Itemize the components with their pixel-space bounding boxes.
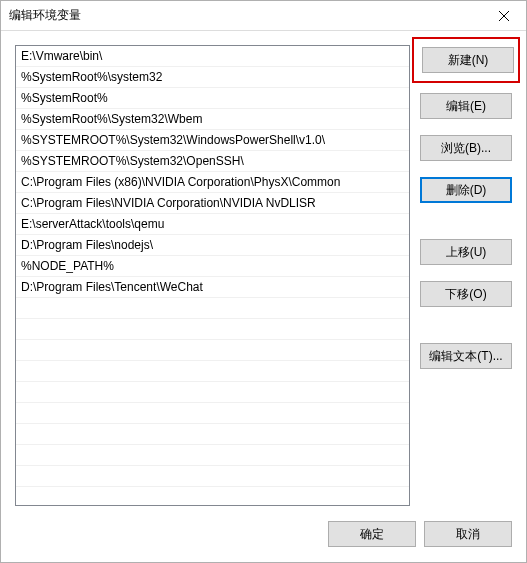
dialog-window: 编辑环境变量 E:\Vmware\bin\ %SystemRoot%\syste… [0, 0, 527, 563]
list-item[interactable]: %NODE_PATH% [16, 256, 409, 277]
highlight-annotation: 新建(N) [412, 37, 520, 83]
list-item[interactable]: %SystemRoot% [16, 88, 409, 109]
close-button[interactable] [481, 1, 526, 31]
list-item-empty[interactable]: . [16, 403, 409, 424]
edit-button[interactable]: 编辑(E) [420, 93, 512, 119]
path-listbox[interactable]: E:\Vmware\bin\ %SystemRoot%\system32 %Sy… [15, 45, 410, 506]
list-item[interactable]: E:\Vmware\bin\ [16, 46, 409, 67]
browse-button[interactable]: 浏览(B)... [420, 135, 512, 161]
list-item-empty[interactable]: . [16, 424, 409, 445]
delete-button[interactable]: 删除(D) [420, 177, 512, 203]
close-icon [499, 11, 509, 21]
edit-text-button[interactable]: 编辑文本(T)... [420, 343, 512, 369]
list-item-empty[interactable]: . [16, 445, 409, 466]
spacer [420, 203, 512, 239]
move-up-button[interactable]: 上移(U) [420, 239, 512, 265]
list-item-empty[interactable]: . [16, 340, 409, 361]
dialog-content: E:\Vmware\bin\ %SystemRoot%\system32 %Sy… [1, 31, 526, 562]
spacer [420, 119, 512, 135]
spacer [420, 265, 512, 281]
move-down-button[interactable]: 下移(O) [420, 281, 512, 307]
list-item-empty[interactable]: . [16, 319, 409, 340]
list-item[interactable]: C:\Program Files\NVIDIA Corporation\NVID… [16, 193, 409, 214]
list-item[interactable]: D:\Program Files\nodejs\ [16, 235, 409, 256]
list-item-empty[interactable]: . [16, 298, 409, 319]
side-buttons: 新建(N) 编辑(E) 浏览(B)... 删除(D) 上移(U) 下移(O) 编… [420, 45, 512, 506]
spacer [420, 307, 512, 343]
list-item[interactable]: %SystemRoot%\System32\Wbem [16, 109, 409, 130]
list-item[interactable]: D:\Program Files\Tencent\WeChat [16, 277, 409, 298]
list-item[interactable]: %SYSTEMROOT%\System32\OpenSSH\ [16, 151, 409, 172]
dialog-footer: 确定 取消 [15, 506, 512, 562]
cancel-button[interactable]: 取消 [424, 521, 512, 547]
list-item-empty[interactable]: . [16, 382, 409, 403]
list-item-empty[interactable]: . [16, 361, 409, 382]
new-button[interactable]: 新建(N) [422, 47, 514, 73]
titlebar: 编辑环境变量 [1, 1, 526, 31]
list-item[interactable]: %SystemRoot%\system32 [16, 67, 409, 88]
list-item[interactable]: E:\serverAttack\tools\qemu [16, 214, 409, 235]
ok-button[interactable]: 确定 [328, 521, 416, 547]
list-item[interactable]: C:\Program Files (x86)\NVIDIA Corporatio… [16, 172, 409, 193]
list-item[interactable]: %SYSTEMROOT%\System32\WindowsPowerShell\… [16, 130, 409, 151]
main-row: E:\Vmware\bin\ %SystemRoot%\system32 %Sy… [15, 45, 512, 506]
list-item-empty[interactable]: . [16, 466, 409, 487]
window-title: 编辑环境变量 [9, 7, 481, 24]
spacer [420, 161, 512, 177]
